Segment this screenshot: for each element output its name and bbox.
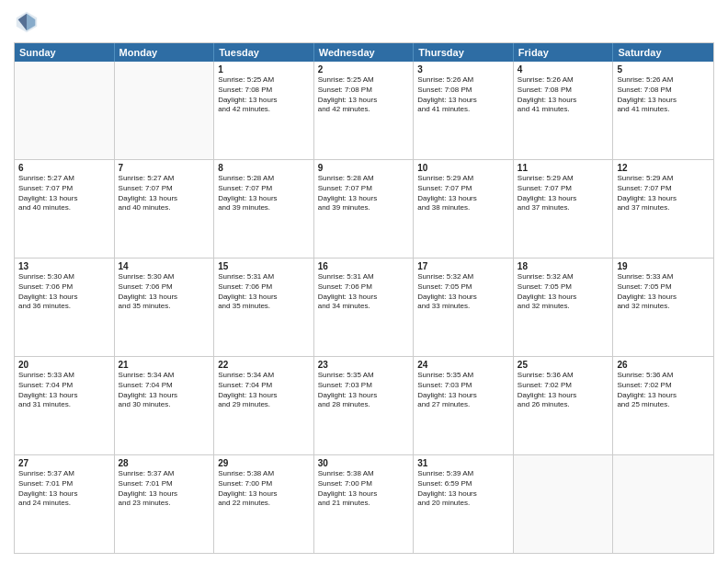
- calendar-cell: 1Sunrise: 5:25 AM Sunset: 7:08 PM Daylig…: [214, 62, 314, 159]
- cell-info: Sunrise: 5:34 AM Sunset: 7:04 PM Dayligh…: [119, 371, 210, 410]
- calendar-cell: 29Sunrise: 5:38 AM Sunset: 7:00 PM Dayli…: [214, 455, 314, 553]
- cell-info: Sunrise: 5:37 AM Sunset: 7:01 PM Dayligh…: [18, 469, 110, 509]
- day-number: 4: [518, 64, 609, 75]
- day-number: 12: [617, 163, 710, 173]
- day-number: 20: [18, 360, 110, 370]
- calendar-cell: 14Sunrise: 5:30 AM Sunset: 7:06 PM Dayli…: [115, 259, 215, 356]
- cell-info: Sunrise: 5:30 AM Sunset: 7:06 PM Dayligh…: [119, 272, 210, 312]
- cell-info: Sunrise: 5:35 AM Sunset: 7:03 PM Dayligh…: [318, 371, 410, 410]
- day-number: 14: [119, 261, 210, 271]
- cell-info: Sunrise: 5:28 AM Sunset: 7:07 PM Dayligh…: [318, 174, 410, 213]
- calendar-cell: 4Sunrise: 5:26 AM Sunset: 7:08 PM Daylig…: [514, 62, 614, 159]
- cell-info: Sunrise: 5:36 AM Sunset: 7:02 PM Dayligh…: [518, 371, 609, 410]
- logo: [14, 9, 43, 35]
- calendar-cell: 8Sunrise: 5:28 AM Sunset: 7:07 PM Daylig…: [214, 160, 314, 258]
- calendar-cell: 11Sunrise: 5:29 AM Sunset: 7:07 PM Dayli…: [514, 160, 614, 258]
- calendar-cell: 2Sunrise: 5:25 AM Sunset: 7:08 PM Daylig…: [314, 62, 415, 159]
- calendar-cell: 18Sunrise: 5:32 AM Sunset: 7:05 PM Dayli…: [514, 259, 614, 356]
- day-number: 1: [218, 64, 310, 75]
- day-number: 13: [18, 261, 110, 271]
- day-number: 6: [18, 163, 110, 173]
- day-number: 30: [318, 458, 410, 468]
- day-number: 18: [518, 261, 609, 271]
- day-number: 17: [417, 261, 509, 271]
- calendar: SundayMondayTuesdayWednesdayThursdayFrid…: [14, 42, 714, 554]
- cell-info: Sunrise: 5:38 AM Sunset: 7:00 PM Dayligh…: [318, 469, 410, 509]
- weekday-header: Monday: [115, 43, 215, 62]
- calendar-row: 6Sunrise: 5:27 AM Sunset: 7:07 PM Daylig…: [15, 159, 713, 258]
- day-number: 9: [318, 163, 410, 173]
- calendar-cell: 5Sunrise: 5:26 AM Sunset: 7:08 PM Daylig…: [613, 62, 713, 159]
- day-number: 28: [119, 458, 210, 468]
- calendar-row: 27Sunrise: 5:37 AM Sunset: 7:01 PM Dayli…: [15, 454, 713, 553]
- day-number: 24: [417, 360, 509, 370]
- cell-info: Sunrise: 5:27 AM Sunset: 7:07 PM Dayligh…: [18, 174, 110, 213]
- cell-info: Sunrise: 5:31 AM Sunset: 7:06 PM Dayligh…: [218, 272, 310, 312]
- cell-info: Sunrise: 5:29 AM Sunset: 7:07 PM Dayligh…: [617, 174, 710, 213]
- calendar-cell: 19Sunrise: 5:33 AM Sunset: 7:05 PM Dayli…: [613, 259, 713, 356]
- calendar-cell: [15, 62, 115, 159]
- day-number: 29: [218, 458, 310, 468]
- day-number: 2: [318, 64, 410, 75]
- day-number: 22: [218, 360, 310, 370]
- cell-info: Sunrise: 5:39 AM Sunset: 6:59 PM Dayligh…: [417, 469, 509, 509]
- cell-info: Sunrise: 5:31 AM Sunset: 7:06 PM Dayligh…: [318, 272, 410, 312]
- page: SundayMondayTuesdayWednesdayThursdayFrid…: [0, 0, 728, 563]
- calendar-cell: [613, 455, 713, 553]
- day-number: 8: [218, 163, 310, 173]
- cell-info: Sunrise: 5:34 AM Sunset: 7:04 PM Dayligh…: [218, 371, 310, 410]
- day-number: 26: [617, 360, 710, 370]
- cell-info: Sunrise: 5:32 AM Sunset: 7:05 PM Dayligh…: [417, 272, 509, 312]
- calendar-row: 20Sunrise: 5:33 AM Sunset: 7:04 PM Dayli…: [15, 356, 713, 454]
- logo-icon: [14, 9, 40, 35]
- cell-info: Sunrise: 5:32 AM Sunset: 7:05 PM Dayligh…: [518, 272, 609, 312]
- calendar-cell: [115, 62, 215, 159]
- cell-info: Sunrise: 5:26 AM Sunset: 7:08 PM Dayligh…: [617, 75, 710, 115]
- weekday-header: Thursday: [414, 43, 514, 62]
- calendar-cell: 22Sunrise: 5:34 AM Sunset: 7:04 PM Dayli…: [214, 357, 314, 454]
- day-number: 5: [617, 64, 710, 75]
- calendar-cell: 21Sunrise: 5:34 AM Sunset: 7:04 PM Dayli…: [115, 357, 215, 454]
- calendar-cell: 17Sunrise: 5:32 AM Sunset: 7:05 PM Dayli…: [414, 259, 514, 356]
- calendar-cell: 26Sunrise: 5:36 AM Sunset: 7:02 PM Dayli…: [613, 357, 713, 454]
- day-number: 19: [617, 261, 710, 271]
- cell-info: Sunrise: 5:37 AM Sunset: 7:01 PM Dayligh…: [119, 469, 210, 509]
- calendar-cell: 10Sunrise: 5:29 AM Sunset: 7:07 PM Dayli…: [414, 160, 514, 258]
- cell-info: Sunrise: 5:36 AM Sunset: 7:02 PM Dayligh…: [617, 371, 710, 410]
- calendar-cell: 9Sunrise: 5:28 AM Sunset: 7:07 PM Daylig…: [314, 160, 415, 258]
- calendar-row: 13Sunrise: 5:30 AM Sunset: 7:06 PM Dayli…: [15, 258, 713, 356]
- calendar-cell: 6Sunrise: 5:27 AM Sunset: 7:07 PM Daylig…: [15, 160, 115, 258]
- day-number: 21: [119, 360, 210, 370]
- header: [14, 9, 714, 35]
- cell-info: Sunrise: 5:30 AM Sunset: 7:06 PM Dayligh…: [18, 272, 110, 312]
- day-number: 11: [518, 163, 609, 173]
- weekday-header: Tuesday: [214, 43, 314, 62]
- day-number: 16: [318, 261, 410, 271]
- cell-info: Sunrise: 5:29 AM Sunset: 7:07 PM Dayligh…: [417, 174, 509, 213]
- calendar-cell: 20Sunrise: 5:33 AM Sunset: 7:04 PM Dayli…: [15, 357, 115, 454]
- cell-info: Sunrise: 5:33 AM Sunset: 7:04 PM Dayligh…: [18, 371, 110, 410]
- calendar-cell: 3Sunrise: 5:26 AM Sunset: 7:08 PM Daylig…: [414, 62, 514, 159]
- calendar-cell: 15Sunrise: 5:31 AM Sunset: 7:06 PM Dayli…: [214, 259, 314, 356]
- weekday-header: Wednesday: [314, 43, 415, 62]
- calendar-cell: 7Sunrise: 5:27 AM Sunset: 7:07 PM Daylig…: [115, 160, 215, 258]
- calendar-header: SundayMondayTuesdayWednesdayThursdayFrid…: [15, 43, 713, 62]
- day-number: 7: [119, 163, 210, 173]
- calendar-row: 1Sunrise: 5:25 AM Sunset: 7:08 PM Daylig…: [15, 62, 713, 159]
- cell-info: Sunrise: 5:25 AM Sunset: 7:08 PM Dayligh…: [318, 75, 410, 115]
- calendar-cell: 23Sunrise: 5:35 AM Sunset: 7:03 PM Dayli…: [314, 357, 415, 454]
- day-number: 31: [417, 458, 509, 468]
- calendar-cell: 28Sunrise: 5:37 AM Sunset: 7:01 PM Dayli…: [115, 455, 215, 553]
- cell-info: Sunrise: 5:26 AM Sunset: 7:08 PM Dayligh…: [417, 75, 509, 115]
- day-number: 3: [417, 64, 509, 75]
- weekday-header: Friday: [514, 43, 614, 62]
- cell-info: Sunrise: 5:28 AM Sunset: 7:07 PM Dayligh…: [218, 174, 310, 213]
- calendar-body: 1Sunrise: 5:25 AM Sunset: 7:08 PM Daylig…: [15, 62, 713, 553]
- cell-info: Sunrise: 5:26 AM Sunset: 7:08 PM Dayligh…: [518, 75, 609, 115]
- calendar-cell: 30Sunrise: 5:38 AM Sunset: 7:00 PM Dayli…: [314, 455, 415, 553]
- cell-info: Sunrise: 5:33 AM Sunset: 7:05 PM Dayligh…: [617, 272, 710, 312]
- calendar-cell: 31Sunrise: 5:39 AM Sunset: 6:59 PM Dayli…: [414, 455, 514, 553]
- weekday-header: Sunday: [15, 43, 115, 62]
- cell-info: Sunrise: 5:27 AM Sunset: 7:07 PM Dayligh…: [119, 174, 210, 213]
- day-number: 25: [518, 360, 609, 370]
